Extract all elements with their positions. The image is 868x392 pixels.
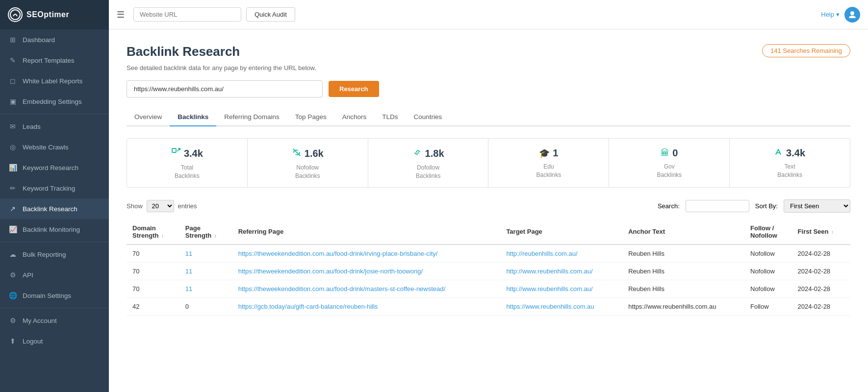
sidebar-item-domain-settings[interactable]: 🌐 Domain Settings <box>0 285 109 306</box>
sidebar-label-keyword-research: Keyword Research <box>23 164 78 172</box>
page-subtitle: See detailed backlink data for any page … <box>127 64 850 72</box>
text-backlinks-value: 3.4k <box>786 147 805 159</box>
dofollow-icon <box>412 147 422 160</box>
sidebar-item-embedding[interactable]: ▣ Embedding Settings <box>0 91 109 112</box>
sidebar-item-keyword-research[interactable]: 📊 Keyword Research <box>0 157 109 178</box>
cell-referring-page: https://theweekendedition.com.au/food-dr… <box>232 280 501 297</box>
quick-audit-button[interactable]: Quick Audit <box>246 7 295 22</box>
show-entries: Show 20 50 100 entries <box>127 200 197 212</box>
backlinks-table: DomainStrength ↕ PageStrength ↕ Referrin… <box>127 220 850 316</box>
topbar-url-input[interactable] <box>133 7 241 22</box>
tab-backlinks[interactable]: Backlinks <box>170 108 216 126</box>
sidebar-item-api[interactable]: ⚙ API <box>0 265 109 285</box>
tab-anchors[interactable]: Anchors <box>334 108 375 126</box>
entries-select[interactable]: 20 50 100 <box>147 200 174 212</box>
sidebar-logo: SEOptimer <box>0 0 109 29</box>
tab-countries[interactable]: Countries <box>406 108 450 126</box>
referring-page-link[interactable]: https://theweekendedition.com.au/food-dr… <box>238 268 423 275</box>
sidebar-item-dashboard[interactable]: ⊞ Dashboard <box>0 29 109 50</box>
col-follow-nofollow: Follow /Nofollow <box>744 220 792 245</box>
total-backlinks-label: TotalBacklinks <box>175 164 200 180</box>
gov-value: 0 <box>672 147 678 159</box>
stat-gov-backlinks: 🏛 0 GovBacklinks <box>609 139 730 187</box>
sidebar-label-api: API <box>23 271 33 279</box>
svg-rect-2 <box>172 148 176 152</box>
table-row: 70 11 https://theweekendedition.com.au/f… <box>127 245 850 263</box>
target-page-link[interactable]: http://www.reubenhills.com.au/ <box>506 268 592 275</box>
sidebar-item-keyword-tracking[interactable]: ✏ Keyword Tracking <box>0 178 109 198</box>
col-domain-strength: DomainStrength ↕ <box>127 220 179 245</box>
referring-page-link[interactable]: https://gcb.today/au/gift-card-balance/r… <box>238 303 378 310</box>
sidebar-label-domain-settings: Domain Settings <box>23 292 71 299</box>
sidebar-item-report-templates[interactable]: ✎ Report Templates <box>0 50 109 71</box>
col-first-seen: First Seen ↕ <box>792 220 850 245</box>
research-url-input[interactable] <box>127 80 323 98</box>
cell-page-strength: 11 <box>179 245 232 263</box>
table-right-controls: Search: Sort By: First Seen Domain Stren… <box>658 199 850 213</box>
table-body: 70 11 https://theweekendedition.com.au/f… <box>127 245 850 316</box>
entries-label: entries <box>178 202 197 210</box>
tab-tlds[interactable]: TLDs <box>374 108 406 126</box>
table-search-input[interactable] <box>686 200 749 212</box>
sidebar-label-my-account: My Account <box>23 317 57 324</box>
keyword-tracking-icon: ✏ <box>8 183 18 193</box>
sidebar-item-website-crawls[interactable]: ◎ Website Crawls <box>0 137 109 157</box>
referring-page-link[interactable]: https://theweekendedition.com.au/food-dr… <box>238 250 438 257</box>
cell-first-seen: 2024-02-28 <box>792 297 850 315</box>
total-backlinks-icon <box>171 147 181 160</box>
topbar: ☰ Quick Audit Help ▾ <box>109 0 868 29</box>
sidebar: SEOptimer ⊞ Dashboard ✎ Report Templates… <box>0 0 109 392</box>
url-input-row: Research <box>127 80 850 98</box>
sidebar-label-logout: Logout <box>23 338 43 345</box>
logout-icon: ⬆ <box>8 336 18 346</box>
cell-anchor-text: Reuben Hills <box>622 262 744 280</box>
research-button[interactable]: Research <box>329 81 379 97</box>
gov-icon: 🏛 <box>661 148 669 158</box>
sort-label: Sort By: <box>755 202 778 210</box>
text-backlinks-label: TextBacklinks <box>777 163 802 179</box>
sidebar-item-white-label[interactable]: ◻ White Label Reports <box>0 71 109 91</box>
searches-remaining-badge[interactable]: 141 Searches Remaining <box>762 44 850 57</box>
target-page-link[interactable]: https://www.reubenhills.com.au <box>506 303 594 310</box>
nofollow-value: 1.6k <box>305 148 324 159</box>
cell-domain-strength: 70 <box>127 280 179 297</box>
sidebar-label-white-label: White Label Reports <box>23 77 82 85</box>
cell-anchor-text: Reuben Hills <box>622 280 744 297</box>
sidebar-item-my-account[interactable]: ⚙ My Account <box>0 310 109 331</box>
dofollow-label: DofollowBacklinks <box>416 164 441 180</box>
col-referring-page: Referring Page <box>232 220 501 245</box>
sort-select[interactable]: First Seen Domain Strength Page Strength <box>784 199 850 213</box>
sidebar-item-leads[interactable]: ✉ Leads <box>0 116 109 137</box>
hamburger-menu[interactable]: ☰ <box>117 9 125 20</box>
sidebar-item-bulk-reporting[interactable]: ☁ Bulk Reporting <box>0 244 109 265</box>
user-avatar[interactable] <box>844 7 860 23</box>
sidebar-label-keyword-tracking: Keyword Tracking <box>23 185 75 192</box>
page-header: Backlink Research 141 Searches Remaining <box>127 44 850 59</box>
backlink-research-icon: ↗ <box>8 204 18 214</box>
cell-referring-page: https://gcb.today/au/gift-card-balance/r… <box>232 297 501 315</box>
sidebar-label-bulk-reporting: Bulk Reporting <box>23 251 66 258</box>
referring-page-link[interactable]: https://theweekendedition.com.au/food-dr… <box>238 285 445 293</box>
tab-overview[interactable]: Overview <box>127 108 170 126</box>
cell-first-seen: 2024-02-28 <box>792 262 850 280</box>
table-header: DomainStrength ↕ PageStrength ↕ Referrin… <box>127 220 850 245</box>
cell-target-page: http://reubenhills.com.au/ <box>500 245 622 263</box>
tab-referring-domains[interactable]: Referring Domains <box>216 108 287 126</box>
tab-top-pages[interactable]: Top Pages <box>287 108 334 126</box>
stats-row: 3.4k TotalBacklinks 1.6k NofollowBacklin <box>127 138 850 188</box>
gov-label: GovBacklinks <box>657 163 682 179</box>
cell-follow-nofollow: Nofollow <box>744 280 792 297</box>
logo-icon <box>8 7 23 22</box>
sidebar-label-website-crawls: Website Crawls <box>23 144 69 151</box>
cell-domain-strength: 70 <box>127 245 179 263</box>
edu-value: 1 <box>553 147 558 159</box>
cell-referring-page: https://theweekendedition.com.au/food-dr… <box>232 245 501 263</box>
sidebar-item-logout[interactable]: ⬆ Logout <box>0 331 109 351</box>
cell-target-page: http://www.reubenhills.com.au/ <box>500 280 622 297</box>
target-page-link[interactable]: http://www.reubenhills.com.au/ <box>506 285 592 293</box>
sidebar-item-backlink-monitoring[interactable]: 📈 Backlink Monitoring <box>0 219 109 240</box>
edu-label: EduBacklinks <box>536 163 562 179</box>
sidebar-item-backlink-research[interactable]: ↗ Backlink Research <box>0 198 109 219</box>
help-link[interactable]: Help ▾ <box>821 11 840 18</box>
target-page-link[interactable]: http://reubenhills.com.au/ <box>506 250 577 257</box>
